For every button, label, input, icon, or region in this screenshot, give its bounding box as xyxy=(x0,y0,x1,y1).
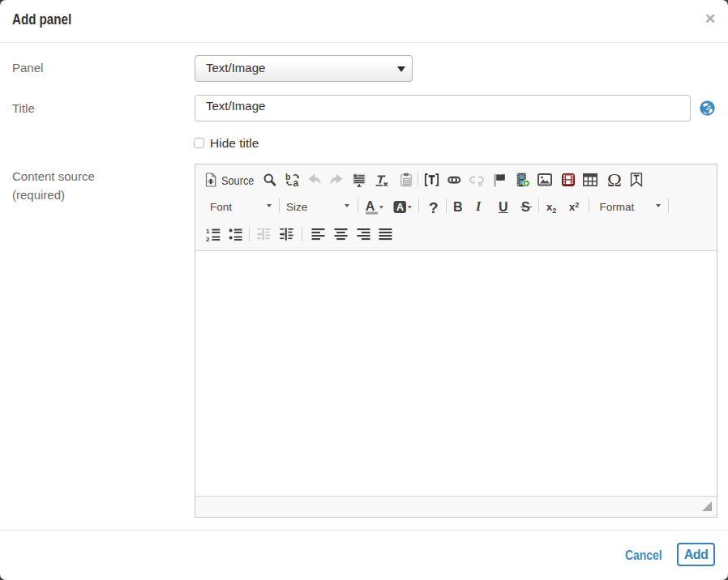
svg-text:b: b xyxy=(285,173,290,181)
svg-text:1: 1 xyxy=(206,228,210,235)
svg-text:a: a xyxy=(293,177,299,187)
svg-text:A: A xyxy=(366,199,375,213)
svg-text:A: A xyxy=(396,202,404,213)
svg-text:2: 2 xyxy=(206,236,210,242)
